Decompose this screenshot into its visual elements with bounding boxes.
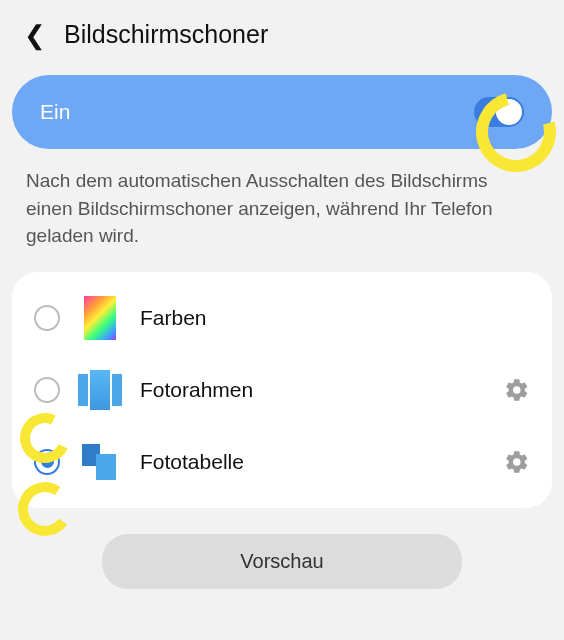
preview-icon-fotorahmen bbox=[78, 368, 122, 412]
screensaver-options-list: Farben Fotorahmen Fototabelle bbox=[12, 272, 552, 508]
option-farben[interactable]: Farben bbox=[12, 282, 552, 354]
master-toggle-label: Ein bbox=[40, 100, 70, 124]
radio-fototabelle[interactable] bbox=[34, 449, 60, 475]
option-label: Farben bbox=[140, 306, 530, 330]
option-label: Fototabelle bbox=[140, 450, 486, 474]
switch-knob bbox=[496, 99, 522, 125]
preview-icon-farben bbox=[78, 296, 122, 340]
master-toggle-card[interactable]: Ein bbox=[12, 75, 552, 149]
master-toggle-switch[interactable] bbox=[474, 97, 524, 127]
preview-icon-fototabelle bbox=[78, 440, 122, 484]
page-title: Bildschirmschoner bbox=[64, 20, 268, 49]
preview-button[interactable]: Vorschau bbox=[102, 534, 462, 589]
option-fototabelle[interactable]: Fototabelle bbox=[12, 426, 552, 498]
option-label: Fotorahmen bbox=[140, 378, 486, 402]
radio-farben[interactable] bbox=[34, 305, 60, 331]
back-button[interactable]: ❮ bbox=[24, 22, 46, 48]
gear-icon[interactable] bbox=[504, 449, 530, 475]
gear-icon[interactable] bbox=[504, 377, 530, 403]
option-fotorahmen[interactable]: Fotorahmen bbox=[12, 354, 552, 426]
description-text: Nach dem automatischen Ausschalten des B… bbox=[0, 167, 564, 272]
radio-fotorahmen[interactable] bbox=[34, 377, 60, 403]
